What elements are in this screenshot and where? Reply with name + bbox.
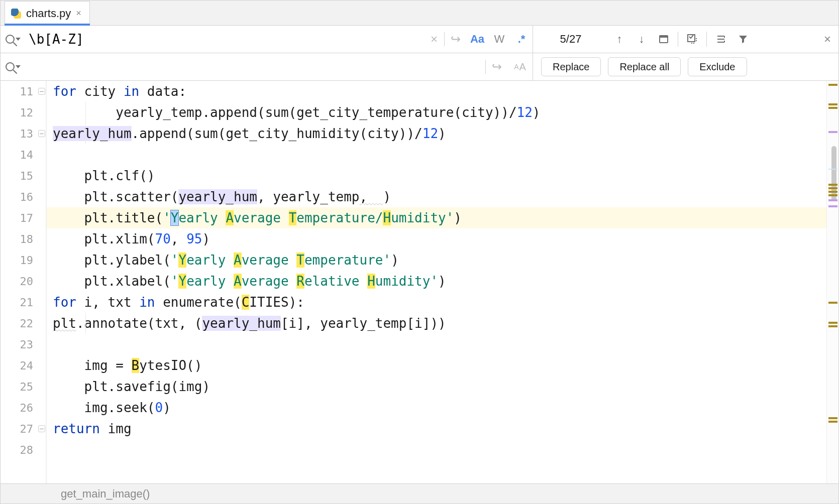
- exclude-button[interactable]: Exclude: [688, 57, 747, 76]
- marker[interactable]: [828, 194, 837, 196]
- marker[interactable]: [828, 107, 837, 109]
- marker[interactable]: [828, 322, 837, 324]
- find-options: Aa W .*: [466, 33, 533, 46]
- separator: [706, 32, 707, 47]
- line-number[interactable]: 25: [1, 376, 46, 397]
- whole-words-toggle[interactable]: W: [488, 33, 510, 46]
- line-number[interactable]: 15: [1, 165, 46, 186]
- code-line[interactable]: return img: [47, 418, 826, 439]
- clear-search-button[interactable]: ×: [424, 32, 444, 46]
- marker[interactable]: [828, 103, 837, 105]
- line-number[interactable]: 12: [1, 102, 46, 123]
- marker[interactable]: [828, 325, 837, 327]
- fold-handle[interactable]: [38, 425, 45, 432]
- replace-button[interactable]: Replace: [541, 57, 601, 76]
- code-line[interactable]: plt.clf(): [47, 165, 826, 186]
- newline-button[interactable]: [485, 60, 507, 74]
- search-history-button[interactable]: [1, 35, 26, 44]
- line-number[interactable]: 26: [1, 397, 46, 418]
- status-bar: get_main_image(): [1, 483, 838, 503]
- line-number[interactable]: 18: [1, 228, 46, 249]
- marker[interactable]: [828, 184, 837, 186]
- line-number[interactable]: 11: [1, 81, 46, 102]
- marker[interactable]: [828, 417, 837, 419]
- line-number[interactable]: 13: [1, 123, 46, 144]
- fold-handle[interactable]: [38, 130, 45, 137]
- replace-input-area: AA: [1, 53, 533, 80]
- code-area[interactable]: for city in data: yearly_temp.append(sum…: [47, 81, 826, 483]
- funnel-icon: [739, 35, 748, 44]
- code-line[interactable]: img = BytesIO(): [47, 355, 826, 376]
- code-line[interactable]: plt.scatter(yearly_hum, yearly_temp, ): [47, 186, 826, 207]
- line-number[interactable]: 23: [1, 334, 46, 355]
- show-filter-button[interactable]: [710, 26, 732, 53]
- replace-input[interactable]: [26, 59, 485, 74]
- line-number[interactable]: 19: [1, 249, 46, 271]
- code-line[interactable]: yearly_temp.append(sum(get_city_temperat…: [47, 102, 826, 123]
- line-number[interactable]: 28: [1, 439, 46, 460]
- line-number[interactable]: 27: [1, 418, 46, 439]
- line-number[interactable]: 20: [1, 271, 46, 292]
- prev-match-button[interactable]: ↑: [608, 26, 631, 53]
- newline-button[interactable]: [444, 32, 466, 46]
- breadcrumb[interactable]: get_main_image(): [61, 487, 150, 500]
- replace-all-button[interactable]: Replace all: [608, 57, 681, 76]
- code-line[interactable]: plt.savefig(img): [47, 376, 826, 397]
- code-line[interactable]: [47, 144, 826, 165]
- newline-icon: [451, 32, 461, 46]
- code-line[interactable]: plt.title('Yearly Average Temperature/Hu…: [47, 207, 826, 228]
- marker[interactable]: [828, 191, 837, 193]
- code-line[interactable]: plt.xlabel('Yearly Average Relative Humi…: [47, 271, 826, 292]
- match-case-toggle[interactable]: Aa: [466, 33, 488, 46]
- marker[interactable]: [828, 302, 837, 304]
- open-in-window-button[interactable]: [653, 26, 675, 53]
- marker[interactable]: [828, 421, 837, 423]
- line-number[interactable]: 21: [1, 292, 46, 313]
- preserve-case-icon: A: [514, 63, 518, 71]
- gutter: 11 12 13 14 15 16 17 18 19 20 21 22 23 2…: [1, 81, 47, 483]
- filter-button[interactable]: [732, 26, 754, 53]
- replace-history-button[interactable]: [1, 62, 26, 71]
- next-match-button[interactable]: ↓: [631, 26, 653, 53]
- close-tab-icon[interactable]: ×: [76, 8, 81, 19]
- lines-icon: [716, 34, 726, 44]
- close-find-button[interactable]: ×: [816, 32, 838, 46]
- file-tab[interactable]: charts.py ×: [5, 1, 90, 25]
- separator: [678, 32, 678, 47]
- find-bar: × Aa W .* 5/27 ↑ ↓: [1, 26, 838, 53]
- editor: 11 12 13 14 15 16 17 18 19 20 21 22 23 2…: [1, 81, 838, 483]
- marker[interactable]: [828, 131, 837, 133]
- line-number[interactable]: 14: [1, 144, 46, 165]
- code-line[interactable]: [47, 460, 826, 473]
- line-number[interactable]: 16: [1, 186, 46, 207]
- scrollbar-thumb[interactable]: [831, 146, 836, 201]
- line-number[interactable]: 22: [1, 313, 46, 334]
- marker[interactable]: [828, 199, 837, 201]
- code-line[interactable]: [47, 334, 826, 355]
- fold-handle[interactable]: [38, 88, 45, 95]
- code-line[interactable]: [47, 439, 826, 460]
- window-icon: [659, 34, 669, 44]
- find-input[interactable]: [26, 32, 424, 47]
- marker[interactable]: [828, 84, 837, 86]
- code-line[interactable]: yearly_hum.append(sum(get_city_humidity(…: [47, 123, 826, 144]
- marker[interactable]: [828, 205, 837, 207]
- select-all-occurrences-button[interactable]: [681, 26, 703, 53]
- code-line[interactable]: img.seek(0): [47, 397, 826, 418]
- python-file-icon: [11, 9, 21, 19]
- find-input-area: × Aa W .*: [1, 26, 533, 53]
- preserve-case-toggle[interactable]: AA: [507, 61, 533, 73]
- regex-toggle[interactable]: .*: [510, 33, 533, 46]
- newline-icon: [492, 60, 502, 74]
- line-number[interactable]: 17: [1, 207, 46, 228]
- code-line[interactable]: plt.xlim(70, 95): [47, 228, 826, 249]
- marker[interactable]: [828, 169, 837, 170]
- code-line[interactable]: plt.ylabel('Yearly Average Temperature'): [47, 249, 826, 271]
- code-line[interactable]: for i, txt in enumerate(CITIES):: [47, 292, 826, 313]
- line-number[interactable]: 24: [1, 355, 46, 376]
- line-number[interactable]: 29: [1, 460, 46, 473]
- marker[interactable]: [828, 187, 837, 189]
- code-line[interactable]: for city in data:: [47, 81, 826, 102]
- code-line[interactable]: plt.annotate(txt, (yearly_hum[i], yearly…: [47, 313, 826, 334]
- marker-strip[interactable]: [826, 81, 838, 483]
